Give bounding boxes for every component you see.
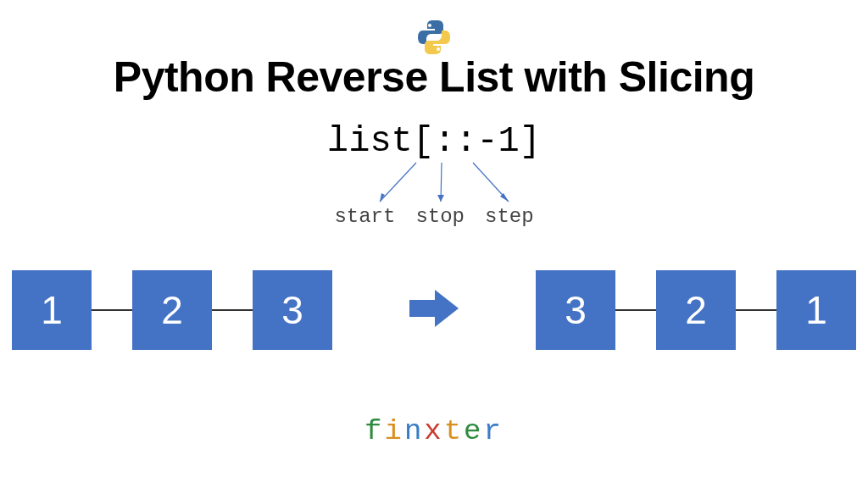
arrow-stop-head (437, 195, 444, 202)
list-node: 2 (132, 270, 212, 350)
list-connector (212, 309, 253, 311)
brand-letter: i (384, 415, 403, 447)
code-expression: list[::-1] (0, 121, 868, 162)
arrow-start-head (380, 193, 385, 202)
list-after: 3 2 1 (536, 270, 856, 350)
brand-letter: t (444, 415, 464, 447)
list-node: 3 (253, 270, 332, 350)
list-connector (736, 309, 776, 311)
list-node: 2 (656, 270, 736, 350)
list-before: 1 2 3 (12, 270, 332, 350)
slice-stop-label: stop (415, 205, 465, 228)
arrow-step-head (500, 193, 509, 202)
brand-letter: n (404, 415, 424, 447)
brand-letter: f (364, 415, 384, 447)
list-node: 1 (12, 270, 92, 350)
list-node: 3 (536, 270, 615, 350)
brand-letter: x (424, 415, 443, 447)
list-node: 1 (776, 270, 856, 350)
transform-arrow-icon (408, 286, 460, 334)
arrow-start (380, 163, 416, 202)
svg-marker-0 (409, 290, 459, 327)
list-connector (615, 309, 656, 311)
list-connector (92, 309, 132, 311)
brand-logo: finxter (0, 415, 868, 447)
slice-start-label: start (334, 205, 395, 228)
brand-letter: e (464, 415, 483, 447)
slice-labels: start stop step (334, 205, 533, 228)
brand-letter: r (484, 415, 504, 447)
arrow-stop (441, 163, 442, 202)
arrow-step (473, 163, 509, 202)
list-row: 1 2 3 3 2 1 (0, 269, 868, 351)
slice-step-label: step (485, 205, 534, 228)
page-title: Python Reverse List with Slicing (0, 53, 868, 102)
